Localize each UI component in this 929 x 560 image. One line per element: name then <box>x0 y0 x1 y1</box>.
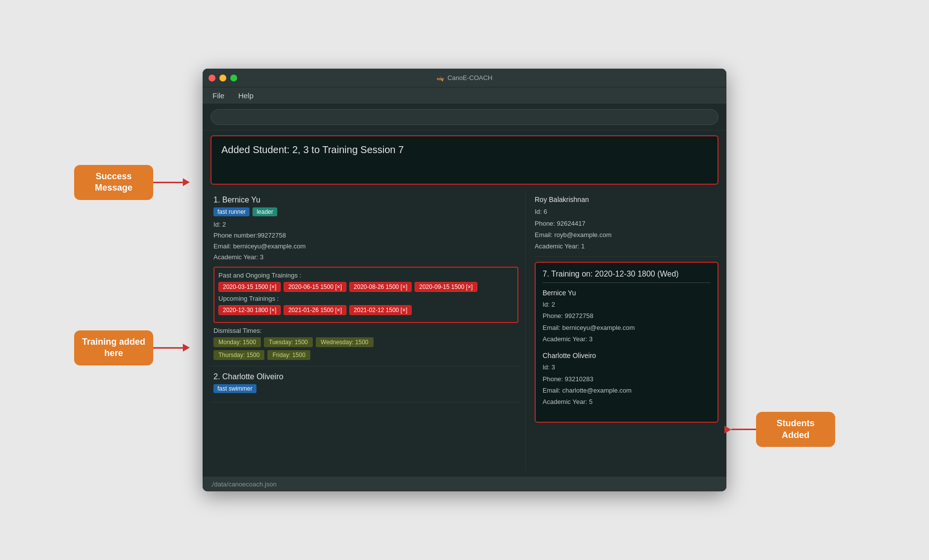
page-wrapper: Success Message Training added here Stud… <box>0 49 929 511</box>
ts-1-year: Academic Year: 3 <box>543 333 711 345</box>
titlebar-title: 🛶 CanoE-COACH <box>436 74 492 81</box>
tag-fast-swimmer: fast swimmer <box>213 384 256 393</box>
tag-fast-runner: fast runner <box>213 207 250 216</box>
ts-2-email: Email: charlotte@example.com <box>543 385 711 396</box>
student-1-phone: Phone number:99272758 <box>213 230 518 241</box>
students-callout-box: Students Added <box>756 412 835 447</box>
student-1-id: Id: 2 <box>213 219 518 230</box>
student-1-info: Id: 2 Phone number:99272758 Email: berni… <box>213 219 518 263</box>
ts-student-1: Bernice Yu Id: 2 Phone: 99272758 Email: … <box>543 289 711 345</box>
dismissal-wednesday: Wednesday: 1500 <box>316 337 374 347</box>
main-window: 🛶 CanoE-COACH File Help Added Student: 2… <box>203 69 726 491</box>
past-training-3[interactable]: 2020-08-26 1500 [×] <box>349 282 412 292</box>
success-callout-arrow <box>153 178 190 186</box>
search-bar-area <box>203 104 726 130</box>
success-callout-container: Success Message <box>74 165 190 200</box>
app-title: CanoE-COACH <box>447 74 492 81</box>
statusbar-text: ./data/canoecoach.json <box>211 480 277 488</box>
statusbar: ./data/canoecoach.json <box>203 476 726 491</box>
roy-phone: Phone: 92624417 <box>535 218 718 229</box>
ts-student-2-info: Id: 3 Phone: 93210283 Email: charlotte@e… <box>543 361 711 408</box>
app-icon: 🛶 <box>436 74 444 81</box>
student-card-1: 1. Bernice Yu fast runner leader Id: 2 P… <box>211 190 521 366</box>
training-session-title: 7. Training on: 2020-12-30 1800 (Wed) <box>543 270 711 283</box>
past-training-2[interactable]: 2020-06-15 1500 [×] <box>284 282 346 292</box>
students-callout-container: Students Added <box>724 412 835 447</box>
student-1-tags: fast runner leader <box>213 207 518 216</box>
upcoming-trainings-label: Upcoming Trainings : <box>218 295 513 302</box>
dismissal-tags: Monday: 1500 Tuesday: 1500 Wednesday: 15… <box>213 337 518 347</box>
ts-student-1-name: Bernice Yu <box>543 289 711 297</box>
ts-student-2-name: Charlotte Oliveiro <box>543 352 711 360</box>
upcoming-training-1[interactable]: 2020-12-30 1800 [×] <box>218 305 281 315</box>
past-training-tags: 2020-03-15 1500 [×] 2020-06-15 1500 [×] … <box>218 282 513 292</box>
ts-student-2: Charlotte Oliveiro Id: 3 Phone: 93210283… <box>543 352 711 408</box>
maximize-button[interactable] <box>230 75 237 81</box>
minimize-button[interactable] <box>219 75 226 81</box>
training-callout-container: Training added here <box>74 330 190 365</box>
student-list-panel: 1. Bernice Yu fast runner leader Id: 2 P… <box>211 190 526 471</box>
menubar: File Help <box>203 87 726 104</box>
training-callout-box: Training added here <box>74 330 153 365</box>
students-callout-arrow <box>724 426 756 434</box>
main-content: 1. Bernice Yu fast runner leader Id: 2 P… <box>203 190 726 476</box>
roy-id: Id: 6 <box>535 206 718 217</box>
ts-1-id: Id: 2 <box>543 299 711 310</box>
titlebar: 🛶 CanoE-COACH <box>203 69 726 87</box>
student-2-name: 2. Charlotte Oliveiro <box>213 372 518 381</box>
window-controls <box>209 75 237 81</box>
success-message-text: Added Student: 2, 3 to Training Session … <box>221 144 708 156</box>
roy-year: Academic Year: 1 <box>535 240 718 252</box>
past-trainings-label: Past and Ongoing Trainings : <box>218 272 513 279</box>
right-panel: Roy Balakrishnan Id: 6 Phone: 92624417 E… <box>531 190 718 471</box>
right-roy-info: Roy Balakrishnan Id: 6 Phone: 92624417 E… <box>535 190 718 257</box>
ts-1-phone: Phone: 99272758 <box>543 310 711 321</box>
upcoming-training-tags: 2020-12-30 1800 [×] 2021-01-26 1500 [×] … <box>218 305 513 315</box>
student-1-year: Academic Year: 3 <box>213 252 518 263</box>
upcoming-training-3[interactable]: 2021-02-12 1500 [×] <box>349 305 412 315</box>
dismissal-section-1: Dismissal Times: Monday: 1500 Tuesday: 1… <box>213 327 518 360</box>
past-training-1[interactable]: 2020-03-15 1500 [×] <box>218 282 281 292</box>
menu-file[interactable]: File <box>211 90 226 101</box>
tag-leader: leader <box>253 207 277 216</box>
student-1-email: Email: berniceyu@example.com <box>213 241 518 252</box>
upcoming-training-2[interactable]: 2021-01-26 1500 [×] <box>284 305 346 315</box>
success-message-area: Added Student: 2, 3 to Training Session … <box>211 135 718 185</box>
training-callout-arrow <box>153 344 190 352</box>
ts-2-id: Id: 3 <box>543 361 711 373</box>
dismissal-monday: Monday: 1500 <box>213 337 261 347</box>
success-callout-box: Success Message <box>74 165 153 200</box>
student-2-tags: fast swimmer <box>213 384 518 393</box>
roy-name: Roy Balakrishnan <box>535 194 718 206</box>
search-bar[interactable] <box>211 109 718 125</box>
student-card-2: 2. Charlotte Oliveiro fast swimmer <box>211 366 521 402</box>
dismissal-thursday: Thursday: 1500 <box>213 350 264 360</box>
dismissal-tuesday: Tuesday: 1500 <box>264 337 313 347</box>
ts-1-email: Email: berniceyu@example.com <box>543 322 711 333</box>
student-1-name: 1. Bernice Yu <box>213 196 518 204</box>
training-session-box: 7. Training on: 2020-12-30 1800 (Wed) Be… <box>535 262 718 423</box>
dismissal-friday: Friday: 1500 <box>267 350 310 360</box>
ts-2-phone: Phone: 93210283 <box>543 373 711 385</box>
ts-2-year: Academic Year: 5 <box>543 396 711 407</box>
app-container: Success Message Training added here Stud… <box>203 69 726 491</box>
trainings-box-1: Past and Ongoing Trainings : 2020-03-15 … <box>213 267 518 323</box>
ts-student-1-info: Id: 2 Phone: 99272758 Email: berniceyu@e… <box>543 299 711 345</box>
dismissal-tags-row2: Thursday: 1500 Friday: 1500 <box>213 350 518 360</box>
close-button[interactable] <box>209 75 215 81</box>
dismissal-label: Dismissal Times: <box>213 327 518 334</box>
roy-email: Email: royb@example.com <box>535 229 718 240</box>
menu-help[interactable]: Help <box>236 90 255 101</box>
past-training-4[interactable]: 2020-09-15 1500 [×] <box>415 282 477 292</box>
